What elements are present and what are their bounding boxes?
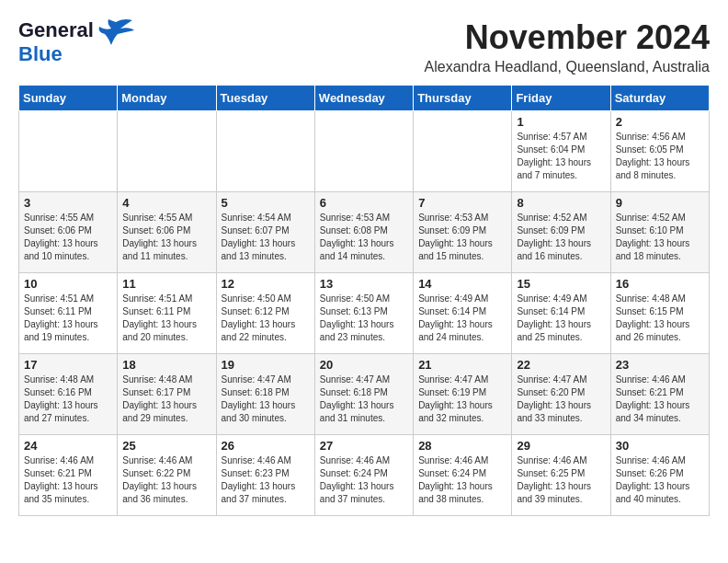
calendar-week-row: 10Sunrise: 4:51 AM Sunset: 6:11 PM Dayli… [19,273,710,354]
calendar-cell: 11Sunrise: 4:51 AM Sunset: 6:11 PM Dayli… [118,273,216,354]
calendar-cell: 24Sunrise: 4:46 AM Sunset: 6:21 PM Dayli… [19,435,118,516]
day-number: 4 [122,196,210,210]
day-number: 14 [418,277,506,291]
calendar-cell: 25Sunrise: 4:46 AM Sunset: 6:22 PM Dayli… [118,435,216,516]
day-number: 19 [222,358,310,372]
calendar-cell: 27Sunrise: 4:46 AM Sunset: 6:24 PM Dayli… [314,435,413,516]
day-number: 2 [616,115,704,129]
cell-info-text: Sunrise: 4:46 AM Sunset: 6:21 PM Dayligh… [616,373,704,425]
cell-info-text: Sunrise: 4:47 AM Sunset: 6:18 PM Dayligh… [320,373,408,425]
weekday-header-monday: Monday [118,86,216,111]
calendar-week-row: 3Sunrise: 4:55 AM Sunset: 6:06 PM Daylig… [19,192,710,273]
calendar-cell: 29Sunrise: 4:46 AM Sunset: 6:25 PM Dayli… [512,435,610,516]
cell-info-text: Sunrise: 4:46 AM Sunset: 6:23 PM Dayligh… [222,454,310,506]
calendar-cell: 8Sunrise: 4:52 AM Sunset: 6:09 PM Daylig… [512,192,610,273]
cell-info-text: Sunrise: 4:55 AM Sunset: 6:06 PM Dayligh… [122,212,210,263]
location-subtitle: Alexandra Headland, Queensland, Australi… [425,59,710,75]
day-number: 10 [24,277,112,291]
day-number: 29 [517,439,605,453]
cell-info-text: Sunrise: 4:48 AM Sunset: 6:16 PM Dayligh… [24,373,112,425]
calendar-cell: 15Sunrise: 4:49 AM Sunset: 6:14 PM Dayli… [512,273,610,354]
cell-info-text: Sunrise: 4:53 AM Sunset: 6:09 PM Dayligh… [418,212,506,263]
calendar-cell: 5Sunrise: 4:54 AM Sunset: 6:07 PM Daylig… [216,192,314,273]
calendar-cell: 14Sunrise: 4:49 AM Sunset: 6:14 PM Dayli… [414,273,512,354]
cell-info-text: Sunrise: 4:51 AM Sunset: 6:11 PM Dayligh… [122,293,210,344]
calendar-cell: 28Sunrise: 4:46 AM Sunset: 6:24 PM Dayli… [414,435,512,516]
cell-info-text: Sunrise: 4:48 AM Sunset: 6:17 PM Dayligh… [122,373,210,425]
calendar-cell: 1Sunrise: 4:57 AM Sunset: 6:04 PM Daylig… [512,111,610,192]
day-number: 23 [616,358,704,372]
day-number: 24 [24,439,112,453]
cell-info-text: Sunrise: 4:52 AM Sunset: 6:09 PM Dayligh… [517,212,605,263]
day-number: 22 [517,358,605,372]
calendar-cell: 22Sunrise: 4:47 AM Sunset: 6:20 PM Dayli… [512,354,610,435]
calendar-cell: 23Sunrise: 4:46 AM Sunset: 6:21 PM Dayli… [610,354,709,435]
weekday-header-row: SundayMondayTuesdayWednesdayThursdayFrid… [19,86,710,111]
cell-info-text: Sunrise: 4:46 AM Sunset: 6:21 PM Dayligh… [24,454,112,506]
cell-info-text: Sunrise: 4:46 AM Sunset: 6:22 PM Dayligh… [122,454,210,506]
calendar-cell: 6Sunrise: 4:53 AM Sunset: 6:08 PM Daylig… [314,192,413,273]
day-number: 16 [616,277,704,291]
calendar-cell: 30Sunrise: 4:46 AM Sunset: 6:26 PM Dayli… [610,435,709,516]
day-number: 30 [616,439,704,453]
logo-text: General Blue [18,18,94,66]
weekday-header-tuesday: Tuesday [216,86,314,111]
calendar-week-row: 17Sunrise: 4:48 AM Sunset: 6:16 PM Dayli… [19,354,710,435]
cell-info-text: Sunrise: 4:50 AM Sunset: 6:12 PM Dayligh… [222,293,310,344]
cell-info-text: Sunrise: 4:47 AM Sunset: 6:20 PM Dayligh… [517,373,605,425]
day-number: 6 [320,196,408,210]
day-number: 8 [517,196,605,210]
day-number: 7 [418,196,506,210]
day-number: 12 [222,277,310,291]
calendar-cell: 10Sunrise: 4:51 AM Sunset: 6:11 PM Dayli… [19,273,118,354]
cell-info-text: Sunrise: 4:46 AM Sunset: 6:25 PM Dayligh… [517,454,605,506]
day-number: 18 [122,358,210,372]
calendar-cell: 16Sunrise: 4:48 AM Sunset: 6:15 PM Dayli… [610,273,709,354]
logo-bird-icon [97,17,134,50]
cell-info-text: Sunrise: 4:47 AM Sunset: 6:18 PM Dayligh… [222,373,310,425]
day-number: 17 [24,358,112,372]
cell-info-text: Sunrise: 4:57 AM Sunset: 6:04 PM Dayligh… [517,131,605,182]
calendar-cell: 2Sunrise: 4:56 AM Sunset: 6:05 PM Daylig… [610,111,709,192]
calendar-cell: 4Sunrise: 4:55 AM Sunset: 6:06 PM Daylig… [118,192,216,273]
cell-info-text: Sunrise: 4:46 AM Sunset: 6:26 PM Dayligh… [616,454,704,506]
calendar-week-row: 1Sunrise: 4:57 AM Sunset: 6:04 PM Daylig… [19,111,710,192]
day-number: 5 [222,196,310,210]
day-number: 20 [320,358,408,372]
day-number: 26 [222,439,310,453]
weekday-header-thursday: Thursday [414,86,512,111]
day-number: 3 [24,196,112,210]
month-title: November 2024 [425,18,710,57]
calendar-cell: 17Sunrise: 4:48 AM Sunset: 6:16 PM Dayli… [19,354,118,435]
calendar-cell [19,111,118,192]
calendar-week-row: 24Sunrise: 4:46 AM Sunset: 6:21 PM Dayli… [19,435,710,516]
calendar-cell: 19Sunrise: 4:47 AM Sunset: 6:18 PM Dayli… [216,354,314,435]
cell-info-text: Sunrise: 4:54 AM Sunset: 6:07 PM Dayligh… [222,212,310,263]
cell-info-text: Sunrise: 4:56 AM Sunset: 6:05 PM Dayligh… [616,131,704,182]
calendar-cell: 7Sunrise: 4:53 AM Sunset: 6:09 PM Daylig… [414,192,512,273]
calendar-cell [314,111,413,192]
weekday-header-wednesday: Wednesday [314,86,413,111]
cell-info-text: Sunrise: 4:49 AM Sunset: 6:14 PM Dayligh… [418,293,506,344]
calendar-table: SundayMondayTuesdayWednesdayThursdayFrid… [18,85,710,516]
calendar-cell [118,111,216,192]
calendar-cell: 18Sunrise: 4:48 AM Sunset: 6:17 PM Dayli… [118,354,216,435]
weekday-header-saturday: Saturday [610,86,709,111]
day-number: 11 [122,277,210,291]
logo: General Blue [18,18,134,66]
calendar-cell: 9Sunrise: 4:52 AM Sunset: 6:10 PM Daylig… [610,192,709,273]
day-number: 28 [418,439,506,453]
title-section: November 2024 Alexandra Headland, Queens… [425,18,710,75]
day-number: 27 [320,439,408,453]
cell-info-text: Sunrise: 4:46 AM Sunset: 6:24 PM Dayligh… [418,454,506,506]
day-number: 1 [517,115,605,129]
cell-info-text: Sunrise: 4:55 AM Sunset: 6:06 PM Dayligh… [24,212,112,263]
weekday-header-friday: Friday [512,86,610,111]
calendar-cell: 13Sunrise: 4:50 AM Sunset: 6:13 PM Dayli… [314,273,413,354]
calendar-cell [414,111,512,192]
day-number: 15 [517,277,605,291]
cell-info-text: Sunrise: 4:52 AM Sunset: 6:10 PM Dayligh… [616,212,704,263]
calendar-cell: 3Sunrise: 4:55 AM Sunset: 6:06 PM Daylig… [19,192,118,273]
day-number: 25 [122,439,210,453]
calendar-cell: 21Sunrise: 4:47 AM Sunset: 6:19 PM Dayli… [414,354,512,435]
